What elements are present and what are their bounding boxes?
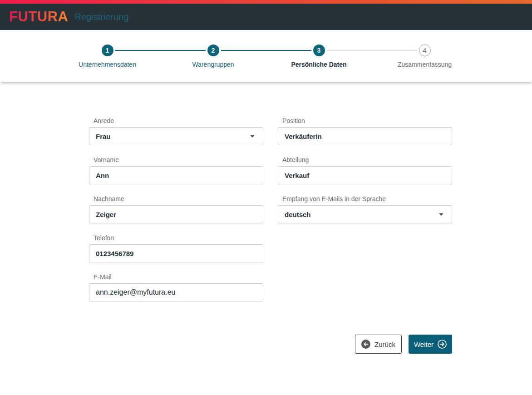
step-persoenliche-daten[interactable]: 3 Persönliche Daten [266,44,372,68]
stepper-connector [160,50,206,51]
next-button[interactable]: Weiter [409,335,452,354]
step-3-label: Persönliche Daten [291,61,346,68]
chevron-down-icon [250,135,255,138]
anrede-select[interactable]: Frau [89,127,263,145]
step-4-circle: 4 [419,44,431,56]
sprache-label: Empfang von E-Mails in der Sprache [282,195,452,202]
field-anrede: Anrede Frau [89,117,263,145]
stepper-connector [221,50,266,51]
back-button-label: Zurück [374,341,395,348]
form-content: Anrede Frau Vorname Nachname Telefon E-M… [89,82,452,354]
position-label: Position [282,117,452,124]
step-unternehmensdaten[interactable]: 1 Unternehmensdaten [54,44,160,68]
nachname-label: Nachname [94,195,263,202]
step-1-label: Unternehmensdaten [79,61,136,68]
field-nachname: Nachname [89,195,263,223]
field-vorname: Vorname [89,156,263,184]
field-abteilung: Abteilung [278,156,452,184]
anrede-select-value: Frau [96,133,111,140]
top-accent-bar [0,0,532,4]
form-column-left: Anrede Frau Vorname Nachname Telefon E-M… [89,117,263,301]
form-column-right: Position Abteilung Empfang von E-Mails i… [278,117,452,301]
abteilung-label: Abteilung [282,156,452,163]
stepper-connector [115,50,161,51]
step-2-circle: 2 [207,44,219,56]
stepper-card: 1 Unternehmensdaten 2 Warengruppen 3 Per… [0,30,532,82]
sprache-select[interactable]: deutsch [278,205,452,223]
app-header: FUTURA Registrierung [0,4,532,30]
arrow-left-circle-icon [361,340,370,349]
step-warengruppen[interactable]: 2 Warengruppen [160,44,266,68]
arrow-right-circle-icon [438,340,447,349]
field-telefon: Telefon [89,234,263,262]
email-input[interactable] [89,283,263,301]
telefon-label: Telefon [94,234,263,242]
stepper: 1 Unternehmensdaten 2 Warengruppen 3 Per… [54,44,478,68]
nachname-input[interactable] [89,205,263,223]
stepper-connector [372,50,417,51]
step-3-circle: 3 [313,44,325,56]
next-button-label: Weiter [414,341,433,348]
field-sprache: Empfang von E-Mails in der Sprache deuts… [278,195,452,223]
field-email: E-Mail [89,273,263,301]
abteilung-input[interactable] [278,166,452,184]
position-input[interactable] [278,127,452,145]
step-zusammenfassung[interactable]: 4 Zusammenfassung [372,44,478,68]
vorname-label: Vorname [94,156,263,163]
email-label: E-Mail [94,273,263,281]
stepper-connector [327,50,372,51]
anrede-label: Anrede [94,117,263,124]
brand-logo: FUTURA [9,9,68,25]
stepper-connector [266,50,311,51]
chevron-down-icon [439,213,443,216]
form-actions: Zurück Weiter [89,335,452,354]
back-button[interactable]: Zurück [355,335,402,354]
sprache-select-value: deutsch [285,211,311,218]
vorname-input[interactable] [89,166,263,184]
field-position: Position [278,117,452,145]
telefon-input[interactable] [89,244,263,262]
step-1-circle: 1 [102,44,113,56]
step-2-label: Warengruppen [192,61,234,68]
page-title: Registrierung [74,12,128,22]
step-4-label: Zusammenfassung [398,61,452,68]
